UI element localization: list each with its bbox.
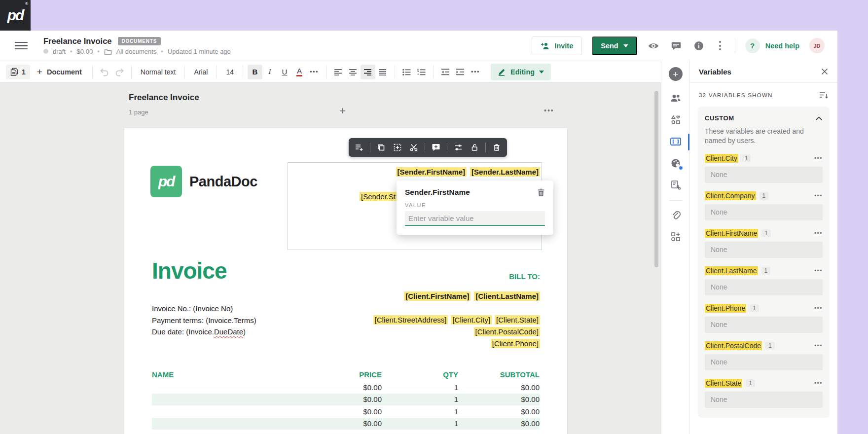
variable-options-icon[interactable]: •••	[814, 192, 823, 199]
save-block-icon[interactable]	[392, 142, 403, 153]
canvas-more-options[interactable]: •••	[544, 107, 554, 114]
content-library-icon[interactable]	[667, 111, 684, 128]
unlock-icon[interactable]	[469, 142, 480, 153]
variable-value-field[interactable]: None	[705, 204, 823, 220]
sender-lastname-variable[interactable]: [Sender.LastName]	[470, 167, 540, 177]
popup-variable-name: Sender.FirstName	[405, 188, 470, 197]
variable-name-chip[interactable]: Client.PostalCode	[705, 341, 762, 350]
variable-value-field[interactable]: None	[705, 242, 823, 258]
outdent-button[interactable]	[438, 65, 453, 79]
variable-name-chip[interactable]: Client.Phone	[705, 304, 746, 313]
canvas-scrollbar[interactable]	[654, 91, 658, 267]
comments-icon[interactable]	[670, 39, 683, 52]
design-notification-dot	[679, 166, 683, 170]
variable-usage-count: 1	[750, 304, 759, 312]
need-help-button[interactable]: ? Need help	[745, 38, 799, 53]
client-phone-variable[interactable]: [Client.Phone]	[491, 339, 540, 348]
invite-button[interactable]: Invite	[532, 36, 582, 55]
font-size-select[interactable]: 14	[221, 68, 238, 76]
variable-options-icon[interactable]: •••	[814, 305, 823, 312]
variable-value-field[interactable]: None	[705, 279, 823, 295]
underline-button[interactable]: U	[277, 65, 292, 79]
variable-value-input[interactable]	[405, 211, 545, 226]
variable-name-chip[interactable]: Client.Company	[705, 191, 756, 200]
client-state-variable[interactable]: [Client.State]	[495, 315, 540, 325]
client-lastname-variable[interactable]: [Client.LastName]	[474, 291, 540, 301]
pandadoc-logo-tile[interactable]: pd ®	[0, 0, 31, 31]
cut-icon[interactable]	[408, 142, 419, 153]
variable-value-field[interactable]: None	[705, 354, 823, 370]
send-button[interactable]: Send	[592, 36, 637, 55]
variable-options-icon[interactable]: •••	[814, 155, 823, 162]
undo-button[interactable]	[97, 65, 112, 79]
add-row-icon[interactable]	[354, 142, 364, 153]
italic-button[interactable]: I	[262, 65, 277, 79]
main-menu-button[interactable]	[15, 42, 28, 50]
client-firstname-variable[interactable]: [Client.FirstName]	[404, 291, 470, 301]
font-family-select[interactable]: Arial	[189, 68, 212, 76]
block-settings-icon[interactable]	[453, 142, 464, 153]
pricing-table[interactable]: NAME PRICE QTY SUBTOTAL $0.00 1 $0.00	[152, 368, 540, 430]
paragraph-overflow-button[interactable]: •••	[468, 65, 483, 79]
add-comment-icon[interactable]	[431, 142, 441, 153]
bullet-list-button[interactable]	[399, 65, 414, 79]
attachments-icon[interactable]	[667, 207, 684, 223]
variables-icon[interactable]	[667, 133, 684, 150]
variable-name-chip[interactable]: Client.FirstName	[705, 229, 758, 238]
justify-button[interactable]	[375, 65, 390, 79]
variable-options-icon[interactable]: •••	[814, 342, 823, 349]
document-brand-name: PandaDoc	[189, 174, 257, 190]
align-left-button[interactable]	[331, 65, 346, 79]
variable-value-field[interactable]: None	[705, 167, 823, 183]
user-avatar[interactable]: JD	[809, 38, 825, 53]
client-postal-variable[interactable]: [Client.PostalCode]	[474, 327, 540, 336]
variable-options-icon[interactable]: •••	[814, 230, 823, 237]
popup-delete-icon[interactable]	[537, 188, 545, 197]
align-center-button[interactable]	[346, 65, 361, 79]
custom-section-header[interactable]: CUSTOM	[705, 114, 823, 122]
paragraph-style-select[interactable]: Normal text	[136, 68, 181, 76]
folder-link[interactable]: All documents	[116, 48, 157, 55]
document-brand-logo: pd	[150, 166, 182, 197]
variable-value-field[interactable]: None	[705, 317, 823, 333]
close-panel-icon[interactable]	[821, 68, 829, 75]
more-options-icon[interactable]	[715, 39, 725, 52]
table-row[interactable]: $0.00 1 $0.00	[152, 405, 540, 418]
variable-value-field[interactable]: None	[705, 392, 823, 408]
variable-name-chip[interactable]: Client.State	[705, 379, 742, 388]
delete-block-icon[interactable]	[491, 142, 502, 153]
sort-filter-icon[interactable]	[819, 91, 829, 99]
add-content-button[interactable]: +	[669, 67, 683, 81]
table-row[interactable]: $0.00 1 $0.00	[152, 381, 540, 394]
sender-street-variable-partial[interactable]: [Sender.St	[360, 192, 397, 201]
variable-options-icon[interactable]: •••	[814, 380, 823, 387]
add-document-button[interactable]: + Document	[37, 67, 82, 76]
integrations-icon[interactable]	[667, 228, 684, 245]
text-format-overflow-button[interactable]: •••	[307, 65, 322, 79]
table-row[interactable]: $0.00 1 $0.00	[152, 418, 540, 430]
preview-eye-icon[interactable]	[647, 39, 660, 52]
variable-name-chip[interactable]: Client.City	[705, 154, 738, 163]
design-theme-icon[interactable]	[667, 155, 684, 172]
bold-button[interactable]: B	[248, 65, 262, 79]
sender-firstname-variable[interactable]: [Sender.FirstName]	[396, 167, 467, 177]
recipients-icon[interactable]	[667, 90, 684, 107]
status-row: draft • $0.00 • All documents • Updated …	[43, 48, 231, 55]
indent-button[interactable]	[453, 65, 468, 79]
pages-chip[interactable]: 1	[6, 65, 30, 79]
editing-mode-button[interactable]: Editing	[491, 64, 551, 80]
align-right-button[interactable]	[361, 65, 375, 79]
client-city-variable[interactable]: [Client.City]	[451, 315, 492, 325]
numbered-list-button[interactable]	[414, 65, 429, 79]
duplicate-icon[interactable]	[376, 142, 387, 153]
table-row[interactable]: $0.00 1 $0.00	[152, 394, 540, 406]
rail-divider	[669, 200, 682, 201]
add-page-button[interactable]: +	[339, 105, 346, 117]
quotes-builder-icon[interactable]	[667, 177, 684, 193]
variable-options-icon[interactable]: •••	[814, 267, 823, 274]
redo-button[interactable]	[112, 65, 127, 79]
info-icon[interactable]	[692, 39, 705, 52]
variable-name-chip[interactable]: Client.LastName	[705, 266, 758, 275]
text-color-button[interactable]: A	[292, 65, 307, 79]
client-street-variable[interactable]: [Client.StreetAddress]	[373, 315, 448, 325]
